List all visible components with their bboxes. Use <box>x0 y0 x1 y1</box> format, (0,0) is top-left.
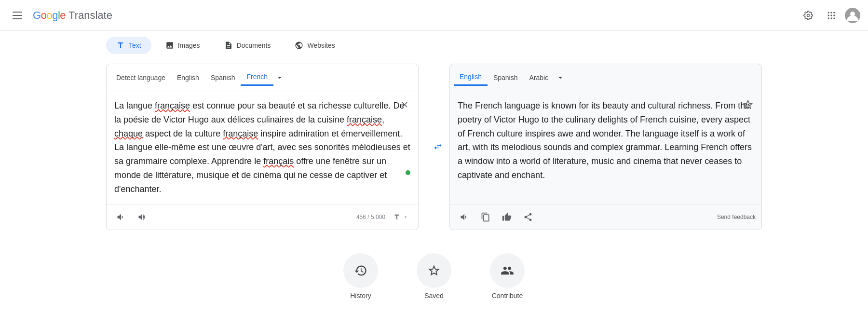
target-spanish-button[interactable]: Spanish <box>488 70 524 85</box>
logo-g2: g <box>52 9 58 22</box>
source-listen-slow-button[interactable] <box>134 208 151 226</box>
history-icon-circle <box>343 253 378 288</box>
target-text-area: The French language is known for its bea… <box>450 91 761 204</box>
tab-text-label: Text <box>129 41 141 49</box>
svg-point-2 <box>830 12 832 13</box>
clear-button[interactable] <box>397 97 412 112</box>
saved-item[interactable]: Saved <box>417 253 451 300</box>
source-panel: Detect language English Spanish French L… <box>106 64 419 230</box>
avatar[interactable] <box>845 8 860 23</box>
contribute-label: Contribute <box>492 292 523 300</box>
source-french-button[interactable]: French <box>241 69 273 86</box>
translated-text: The French language is known for its bea… <box>458 99 754 182</box>
svg-point-0 <box>807 14 810 16</box>
google-logo: Google <box>33 9 66 22</box>
logo-o1: o <box>41 9 47 22</box>
svg-point-8 <box>830 17 832 19</box>
logo-o2: o <box>46 9 52 22</box>
source-text-area[interactable]: La langue française est connue pour sa b… <box>107 91 418 204</box>
text-icon <box>116 41 125 50</box>
detect-lang-button[interactable]: Detect language <box>110 70 171 85</box>
target-lang-bar: English Spanish Arabic <box>450 64 761 91</box>
tab-images[interactable]: Images <box>155 37 210 54</box>
logo-area: Google Translate <box>33 9 112 22</box>
svg-point-5 <box>830 14 832 16</box>
save-translation-button[interactable] <box>740 97 756 112</box>
source-english-button[interactable]: English <box>171 70 205 85</box>
target-listen-button[interactable] <box>456 208 473 226</box>
app-header: Google Translate <box>0 0 868 31</box>
history-label: History <box>350 292 371 300</box>
websites-icon <box>295 41 303 50</box>
tab-websites[interactable]: Websites <box>285 37 345 54</box>
svg-point-9 <box>833 17 835 19</box>
contribute-item[interactable]: Contribute <box>490 253 525 300</box>
target-panel: English Spanish Arabic The French langua… <box>449 64 762 230</box>
tab-text[interactable]: Text <box>106 37 151 54</box>
share-translation-button[interactable] <box>519 208 537 226</box>
translation-area: Detect language English Spanish French L… <box>0 64 868 230</box>
images-icon <box>165 41 174 50</box>
app-name: Translate <box>68 9 112 22</box>
svg-point-3 <box>833 12 835 13</box>
target-footer: Send feedback <box>450 204 761 230</box>
send-feedback-link[interactable]: Send feedback <box>717 214 756 220</box>
swap-area <box>426 64 449 230</box>
bottom-section: History Saved Contribute <box>0 253 868 315</box>
menu-button[interactable] <box>8 6 27 25</box>
header-right <box>799 6 860 25</box>
svg-point-6 <box>833 14 835 16</box>
logo-e: e <box>60 9 66 22</box>
source-spanish-button[interactable]: Spanish <box>205 70 241 85</box>
source-lang-bar: Detect language English Spanish French <box>107 64 418 91</box>
apps-button[interactable] <box>822 6 841 25</box>
settings-button[interactable] <box>799 6 818 25</box>
svg-marker-12 <box>744 101 752 109</box>
source-more-languages-button[interactable] <box>273 69 286 86</box>
char-count: 456 / 5,000 <box>356 214 385 220</box>
target-english-button[interactable]: English <box>454 69 488 86</box>
copy-translation-button[interactable] <box>477 208 494 226</box>
target-more-languages-button[interactable] <box>554 69 567 86</box>
tab-websites-label: Websites <box>307 41 335 49</box>
documents-icon <box>224 41 233 50</box>
header-left: Google Translate <box>8 6 112 25</box>
target-arabic-button[interactable]: Arabic <box>524 70 555 85</box>
tab-images-label: Images <box>178 41 200 49</box>
tab-documents[interactable]: Documents <box>214 37 281 54</box>
font-size-button[interactable] <box>389 211 412 223</box>
logo-g: G <box>33 9 41 22</box>
tab-documents-label: Documents <box>237 41 271 49</box>
swap-languages-button[interactable] <box>430 138 446 155</box>
history-item[interactable]: History <box>343 253 378 300</box>
rate-translation-button[interactable] <box>498 208 515 226</box>
contribute-icon-circle <box>490 253 525 288</box>
source-footer: 456 / 5,000 <box>107 204 418 230</box>
svg-point-7 <box>828 17 829 19</box>
svg-point-4 <box>828 14 829 16</box>
svg-point-1 <box>828 12 829 13</box>
saved-icon-circle <box>417 253 451 288</box>
status-dot <box>406 170 410 175</box>
saved-label: Saved <box>424 292 444 300</box>
source-input-text: La langue française est connue pour sa b… <box>114 99 410 196</box>
mode-tabs: Text Images Documents Websites <box>0 31 868 60</box>
source-listen-button[interactable] <box>112 208 130 226</box>
